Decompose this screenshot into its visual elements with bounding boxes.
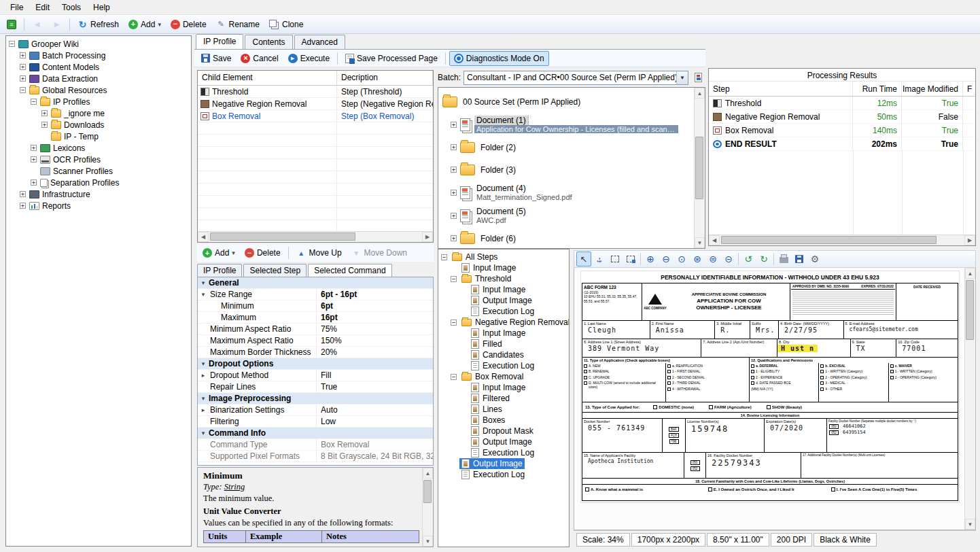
save-processed-page-button[interactable]: Save Processed Page [341, 51, 442, 66]
property-value[interactable]: 150% [316, 335, 433, 346]
scrollbar-track[interactable] [695, 99, 705, 237]
expand-icon[interactable]: + [41, 122, 48, 128]
step-item-input-image[interactable]: Input Image [440, 262, 569, 273]
collapse-icon[interactable]: − [451, 276, 457, 282]
scrollbar-thumb[interactable] [966, 280, 974, 340]
menu-file[interactable]: File [4, 1, 29, 14]
expand-icon[interactable]: + [31, 156, 37, 162]
property-value[interactable]: 20% [316, 347, 433, 358]
step-item-all-steps[interactable]: −All Steps [440, 252, 569, 262]
grid-row-box-removal[interactable]: Box RemovalStep (Box Removal) [198, 110, 433, 122]
step-item-execution-log[interactable]: Execution Log [440, 447, 569, 458]
scroll-right-button[interactable]: ▶ [964, 235, 975, 245]
section-dropout-options[interactable]: ▾Dropout Options [198, 358, 433, 370]
expand-icon[interactable]: + [451, 122, 457, 128]
cancel-button[interactable]: Cancel [237, 51, 282, 66]
select-tool-button[interactable]: ↖ [576, 252, 591, 266]
scroll-down-button[interactable]: ▼ [965, 519, 975, 530]
viewer-canvas[interactable]: PERSONALLY IDENTIFIABLE INFORMATION - WI… [574, 268, 976, 530]
expand-icon[interactable]: + [451, 167, 457, 173]
expand-chevron-icon[interactable]: ▸ [198, 372, 209, 379]
batch-folder-folder-6[interactable]: +Folder (6) [441, 227, 693, 249]
pan-tool-button[interactable] [592, 252, 607, 266]
result-row-end-result[interactable]: END RESULT202msTrue [709, 137, 975, 151]
zoom-in-button[interactable]: ⊕ [643, 252, 658, 266]
column-header-f[interactable]: F [963, 82, 975, 96]
property-value[interactable]: Box Removal [316, 439, 433, 450]
step-item-input-image[interactable]: Input Image [440, 328, 569, 339]
tab-selected-step[interactable]: Selected Step [243, 264, 307, 277]
section-general[interactable]: ▾General [198, 277, 433, 289]
delete-button[interactable]: Delete [167, 17, 211, 32]
property-value[interactable]: 6pt - 16pt [316, 289, 433, 300]
property-value[interactable]: Low [316, 416, 433, 427]
zoom-fit-width-button[interactable]: ⊜ [705, 252, 720, 266]
step-item-filtered[interactable]: Filtered [440, 393, 569, 404]
step-item-output-image[interactable]: Output Image [440, 436, 569, 447]
tree-item-downloads[interactable]: +Downloads [7, 119, 191, 131]
collapse-chevron-icon[interactable]: ▾ [198, 360, 209, 367]
add-button[interactable]: Add▾ [198, 245, 239, 260]
property-size-range[interactable]: ▾Size Range6pt - 16pt [198, 289, 433, 300]
print-button[interactable] [776, 252, 791, 266]
tree-item-grooper-wiki[interactable]: −Grooper Wiki [7, 38, 191, 50]
scroll-left-button[interactable]: ◀ [198, 232, 209, 242]
column-header-image-modified[interactable]: Image Modified [902, 82, 963, 96]
collapse-icon[interactable]: − [31, 99, 37, 105]
results-scrollbar[interactable]: ◀ ▶ [709, 235, 975, 245]
collapse-icon[interactable]: − [441, 254, 447, 260]
column-header-child-element[interactable]: Child Element [198, 71, 337, 85]
batch-document-document-4[interactable]: +Document (4)Matt_termination_Signed.pdf [441, 181, 693, 204]
expand-icon[interactable]: + [20, 52, 26, 58]
batch-folder-folder-3[interactable]: +Folder (3) [441, 158, 693, 181]
property-filtering[interactable]: FilteringLow [198, 416, 433, 428]
zoom-fit-button[interactable]: ⊛ [690, 252, 705, 266]
collapse-icon[interactable]: − [451, 320, 457, 326]
tree-item-batch-processing[interactable]: +Batch Processing [7, 50, 191, 61]
marquee-select-tool-button[interactable] [608, 252, 623, 266]
delete-button[interactable]: Delete [241, 245, 285, 260]
property-value[interactable]: 6pt [316, 300, 433, 311]
section-command-info[interactable]: ▾Command Info [198, 428, 433, 439]
save-button[interactable]: Save [197, 51, 235, 66]
tab-ip-profile[interactable]: IP Profile [197, 264, 242, 277]
save-image-button[interactable] [792, 252, 807, 266]
tab-contents[interactable]: Contents [245, 35, 292, 49]
collapse-chevron-icon[interactable]: ▾ [198, 279, 209, 286]
collapse-chevron-icon[interactable]: ▾ [198, 395, 209, 402]
expand-icon[interactable]: + [20, 191, 26, 197]
step-item-boxes[interactable]: Boxes [440, 415, 569, 426]
tree-item-infrastructure[interactable]: +Infrastructure [7, 188, 191, 200]
scroll-right-button[interactable]: ▶ [422, 232, 433, 242]
batch-folder-00-source-set-perm-ip-applied[interactable]: 00 Source Set (Perm IP Applied) [441, 90, 693, 113]
zoom-fit-height-button[interactable]: ⊝ [721, 252, 736, 266]
property-maximum[interactable]: Maximum16pt [198, 312, 433, 324]
menu-help[interactable]: Help [87, 1, 116, 14]
tree-item-ip-temp[interactable]: IP - Temp [7, 131, 191, 142]
expand-icon[interactable]: + [451, 144, 457, 150]
tab-selected-command[interactable]: Selected Command [308, 264, 391, 277]
step-item-lines[interactable]: Lines [440, 404, 569, 415]
clone-button[interactable]: Clone [265, 17, 307, 32]
step-item-box-removal[interactable]: −Box Removal [440, 371, 569, 382]
tree-item-ignore-me[interactable]: +_ignore me [7, 107, 191, 119]
description-scrollbar[interactable]: ▲ ▼ [422, 468, 433, 547]
step-item-input-image[interactable]: Input Image [440, 382, 569, 393]
property-command-type[interactable]: Command TypeBox Removal [198, 439, 433, 451]
tree-item-ocr-profiles[interactable]: +OCR Profiles [7, 154, 191, 165]
step-item-dropout-mask[interactable]: Dropout Mask [440, 426, 569, 436]
viewer-scrollbar[interactable]: ▲ ▼ [964, 268, 975, 530]
scroll-down-button[interactable]: ▼ [423, 536, 433, 547]
result-row-box-removal[interactable]: Box Removal140msTrue [709, 124, 975, 137]
move-up-button[interactable]: Move Up [292, 245, 346, 260]
expand-chevron-icon[interactable]: ▸ [198, 407, 209, 413]
menu-tools[interactable]: Tools [56, 1, 87, 14]
batch-folder-folder-2[interactable]: +Folder (2) [441, 136, 693, 158]
scroll-left-button[interactable]: ◀ [709, 235, 720, 245]
zoom-out-button[interactable]: ⊖ [659, 252, 673, 266]
batch-document-document-1[interactable]: +Document (1)Application for Cow Ownersh… [441, 113, 693, 136]
batch-document-document-5[interactable]: +Document (5)AWC.pdf [441, 204, 693, 227]
rename-button[interactable]: Rename [212, 17, 264, 32]
collapse-chevron-icon[interactable]: ▾ [198, 430, 209, 436]
tree-item-ip-profiles[interactable]: −IP Profiles [7, 96, 191, 107]
